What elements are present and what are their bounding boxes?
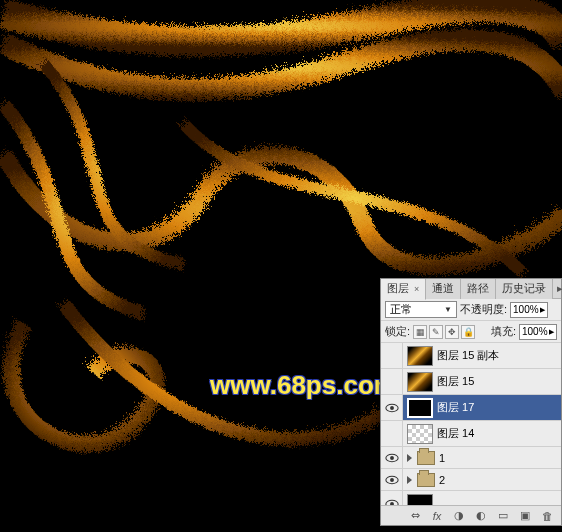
- eye-icon: [385, 475, 399, 485]
- visibility-toggle[interactable]: [381, 469, 403, 490]
- tab-label: 路径: [467, 282, 489, 294]
- layer-name[interactable]: 图层 14: [437, 426, 474, 441]
- lock-pixels-icon[interactable]: ✎: [429, 325, 443, 339]
- layer-row[interactable]: [381, 491, 561, 505]
- visibility-toggle[interactable]: [381, 447, 403, 468]
- chevron-right-icon: ▶: [549, 328, 554, 336]
- svg-point-3: [390, 456, 394, 460]
- blend-opacity-row: 正常 ▼ 不透明度: 100% ▶: [381, 299, 561, 321]
- layer-thumbnail[interactable]: [407, 372, 433, 392]
- panel-tabs: 图层 × 通道 路径 历史记录 ▸≡: [381, 279, 561, 299]
- new-group-icon[interactable]: ▭: [495, 509, 511, 523]
- svg-point-1: [390, 406, 394, 410]
- layer-row[interactable]: 图层 15 副本: [381, 343, 561, 369]
- layer-list: 图层 15 副本 图层 15 图层 17 图层 14: [381, 343, 561, 505]
- layer-group-row[interactable]: 2: [381, 469, 561, 491]
- tab-label: 历史记录: [502, 282, 546, 294]
- layer-thumbnail[interactable]: [407, 424, 433, 444]
- lock-transparency-icon[interactable]: ▦: [413, 325, 427, 339]
- lock-label: 锁定:: [385, 324, 410, 339]
- opacity-field[interactable]: 100% ▶: [510, 302, 548, 318]
- visibility-toggle[interactable]: [381, 421, 403, 446]
- panel-menu-icon[interactable]: ▸≡: [553, 282, 562, 295]
- adjustment-icon[interactable]: ◐: [473, 509, 489, 523]
- fx-icon[interactable]: fx: [429, 509, 445, 523]
- disclosure-triangle-icon[interactable]: [407, 476, 412, 484]
- close-icon[interactable]: ×: [414, 284, 419, 294]
- new-layer-icon[interactable]: ▣: [517, 509, 533, 523]
- layer-name[interactable]: 2: [439, 474, 445, 486]
- layer-thumbnail[interactable]: [407, 346, 433, 366]
- fill-field[interactable]: 100% ▶: [519, 324, 557, 340]
- fill-value: 100%: [522, 326, 548, 337]
- watermark-68ps: www.68ps.com: [210, 370, 397, 401]
- link-layers-icon[interactable]: ⇔: [407, 509, 423, 523]
- layer-row[interactable]: 图层 15: [381, 369, 561, 395]
- layer-thumbnail[interactable]: [407, 494, 433, 506]
- blend-mode-select[interactable]: 正常 ▼: [385, 301, 457, 318]
- layer-name[interactable]: 图层 15 副本: [437, 348, 499, 363]
- opacity-value: 100%: [513, 304, 539, 315]
- tab-label: 图层: [387, 282, 409, 294]
- tab-channels[interactable]: 通道: [426, 279, 461, 299]
- visibility-toggle[interactable]: [381, 343, 403, 368]
- layer-name[interactable]: 图层 15: [437, 374, 474, 389]
- chevron-right-icon: ▶: [540, 306, 545, 314]
- visibility-toggle[interactable]: [381, 491, 403, 505]
- folder-icon: [417, 451, 435, 465]
- visibility-toggle[interactable]: [381, 395, 403, 420]
- lock-fill-row: 锁定: ▦ ✎ ✥ 🔒 填充: 100% ▶: [381, 321, 561, 343]
- eye-icon: [385, 403, 399, 413]
- layer-name[interactable]: 1: [439, 452, 445, 464]
- lock-position-icon[interactable]: ✥: [445, 325, 459, 339]
- layer-row[interactable]: 图层 17: [381, 395, 561, 421]
- layer-row[interactable]: 图层 14: [381, 421, 561, 447]
- lock-buttons: ▦ ✎ ✥ 🔒: [413, 325, 475, 339]
- layer-thumbnail[interactable]: [407, 398, 433, 418]
- tab-layers[interactable]: 图层 ×: [381, 279, 426, 300]
- chevron-down-icon: ▼: [444, 305, 452, 314]
- eye-icon: [385, 453, 399, 463]
- panel-bottom-bar: ⇔ fx ◑ ◐ ▭ ▣ 🗑: [381, 505, 561, 525]
- blend-mode-value: 正常: [390, 302, 412, 317]
- layers-panel: 图层 × 通道 路径 历史记录 ▸≡ 正常 ▼ 不透明度: 100% ▶ 锁定:…: [380, 278, 562, 526]
- disclosure-triangle-icon[interactable]: [407, 454, 412, 462]
- layer-group-row[interactable]: 1: [381, 447, 561, 469]
- layer-name[interactable]: 图层 17: [437, 400, 474, 415]
- tab-label: 通道: [432, 282, 454, 294]
- tab-paths[interactable]: 路径: [461, 279, 496, 299]
- folder-icon: [417, 473, 435, 487]
- mask-icon[interactable]: ◑: [451, 509, 467, 523]
- visibility-toggle[interactable]: [381, 369, 403, 394]
- svg-point-5: [390, 478, 394, 482]
- opacity-label: 不透明度:: [460, 302, 507, 317]
- fill-label: 填充:: [491, 324, 516, 339]
- trash-icon[interactable]: 🗑: [539, 509, 555, 523]
- lock-all-icon[interactable]: 🔒: [461, 325, 475, 339]
- tab-history[interactable]: 历史记录: [496, 279, 553, 299]
